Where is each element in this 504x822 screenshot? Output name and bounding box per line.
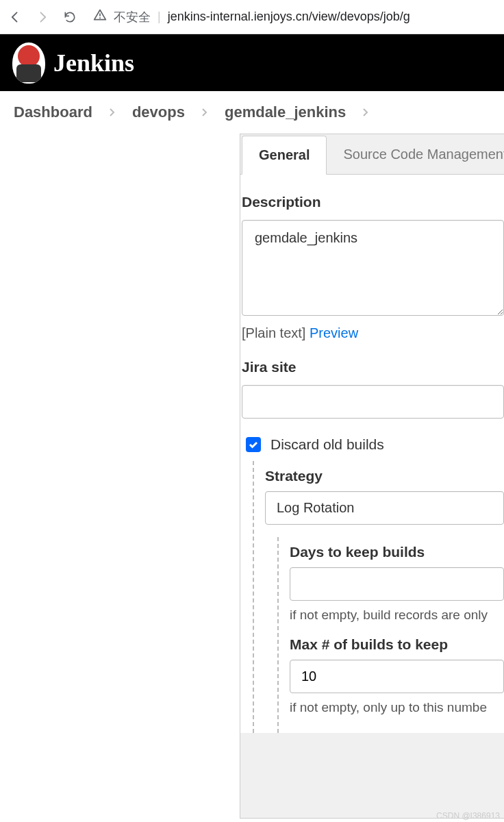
preview-link[interactable]: Preview [310,325,358,340]
breadcrumb: Dashboard devops gemdale_jenkins [0,91,504,134]
jira-site-label: Jira site [242,359,504,375]
jenkins-logo-icon [12,42,45,84]
back-button[interactable] [5,8,25,27]
svg-point-1 [99,17,101,18]
form-body: Description [Plain text] Preview Jira si… [240,175,504,733]
url-bar[interactable]: 不安全 | jenkins-internal.ienjoys.cn/view/d… [88,8,499,25]
max-builds-input[interactable] [290,660,504,693]
breadcrumb-devops[interactable]: devops [132,103,185,121]
strategy-label: Strategy [265,468,504,484]
strategy-select[interactable]: Log Rotation [265,491,504,525]
config-tabs: General Source Code Management [240,134,504,175]
max-builds-label: Max # of builds to keep [290,636,504,653]
watermark: CSDN @I386913 [436,811,500,821]
chevron-right-icon [362,103,369,121]
jenkins-product-name: Jenkins [53,49,134,77]
max-helper-text: if not empty, only up to this numbe [290,700,504,715]
url-text: jenkins-internal.ienjoys.cn/view/devops/… [168,10,410,24]
tab-source-code-management[interactable]: Source Code Management [327,136,504,174]
breadcrumb-dashboard[interactable]: Dashboard [14,103,92,121]
jenkins-header: Jenkins [0,34,504,91]
config-panel: General Source Code Management Descripti… [240,134,504,819]
insecure-label: 不安全 [114,9,151,25]
discard-old-builds-label: Discard old builds [270,436,384,453]
reload-button[interactable] [60,8,79,27]
tab-general[interactable]: General [242,136,327,175]
days-helper-text: if not empty, build records are only [290,608,504,623]
chevron-right-icon [109,103,116,121]
description-label: Description [242,194,504,210]
discard-old-builds-checkbox[interactable] [246,437,261,452]
insecure-icon [93,8,107,25]
browser-toolbar: 不安全 | jenkins-internal.ienjoys.cn/view/d… [0,0,504,34]
days-to-keep-input[interactable] [290,567,504,601]
days-to-keep-label: Days to keep builds [290,544,504,560]
chevron-right-icon [201,103,208,121]
jenkins-logo[interactable]: Jenkins [12,42,134,84]
description-textarea[interactable] [242,220,504,316]
breadcrumb-job[interactable]: gemdale_jenkins [225,103,346,121]
forward-button[interactable] [33,8,52,27]
jira-site-input[interactable] [242,385,504,419]
description-mode-label: [Plain text] [242,325,305,340]
